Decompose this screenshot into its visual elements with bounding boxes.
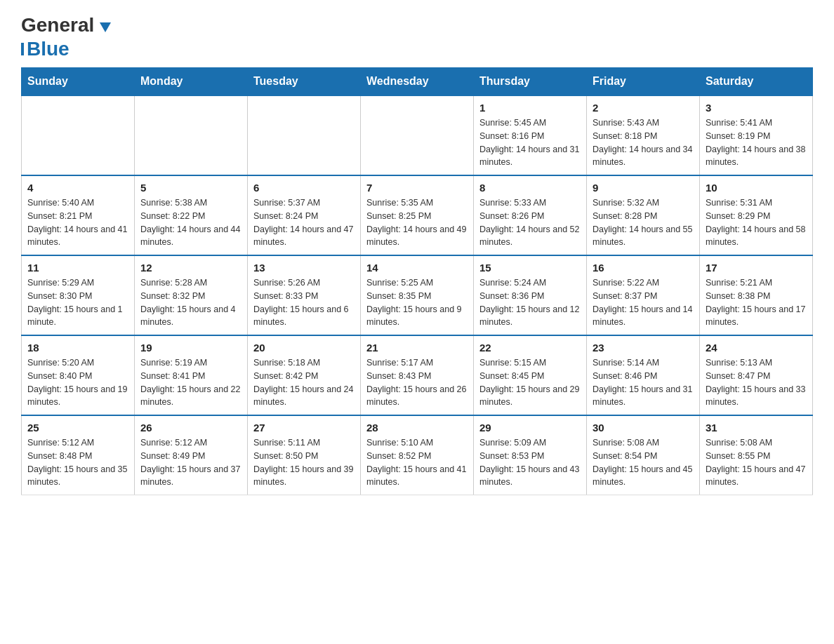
day-info: Sunrise: 5:41 AM Sunset: 8:19 PM Dayligh…: [706, 116, 807, 169]
svg-marker-0: [100, 22, 111, 32]
calendar-cell: 23Sunrise: 5:14 AM Sunset: 8:46 PM Dayli…: [587, 335, 700, 415]
day-info: Sunrise: 5:18 AM Sunset: 8:42 PM Dayligh…: [253, 356, 355, 409]
calendar-cell: 12Sunrise: 5:28 AM Sunset: 8:32 PM Dayli…: [135, 255, 248, 335]
day-info: Sunrise: 5:08 AM Sunset: 8:55 PM Dayligh…: [706, 436, 807, 489]
day-number: 21: [366, 342, 468, 354]
calendar-cell: 4Sunrise: 5:40 AM Sunset: 8:21 PM Daylig…: [22, 175, 135, 255]
calendar-cell: 26Sunrise: 5:12 AM Sunset: 8:49 PM Dayli…: [135, 415, 248, 495]
day-number: 27: [253, 422, 355, 434]
calendar-cell: 29Sunrise: 5:09 AM Sunset: 8:53 PM Dayli…: [474, 415, 587, 495]
calendar-cell: [361, 95, 474, 175]
day-number: 2: [593, 102, 694, 114]
day-info: Sunrise: 5:35 AM Sunset: 8:25 PM Dayligh…: [366, 196, 468, 249]
day-info: Sunrise: 5:19 AM Sunset: 8:41 PM Dayligh…: [140, 356, 241, 409]
page-header: General Blue: [21, 14, 813, 60]
day-info: Sunrise: 5:09 AM Sunset: 8:53 PM Dayligh…: [479, 436, 581, 489]
logo-triangle-icon: [100, 22, 111, 35]
day-info: Sunrise: 5:08 AM Sunset: 8:54 PM Dayligh…: [593, 436, 694, 489]
day-info: Sunrise: 5:31 AM Sunset: 8:29 PM Dayligh…: [706, 196, 807, 249]
col-thursday: Thursday: [474, 68, 587, 96]
day-number: 6: [253, 182, 355, 194]
calendar-week-row: 25Sunrise: 5:12 AM Sunset: 8:48 PM Dayli…: [22, 415, 813, 495]
day-info: Sunrise: 5:33 AM Sunset: 8:26 PM Dayligh…: [479, 196, 581, 249]
calendar-cell: 13Sunrise: 5:26 AM Sunset: 8:33 PM Dayli…: [248, 255, 361, 335]
logo-blue-text: Blue: [27, 38, 70, 60]
day-info: Sunrise: 5:13 AM Sunset: 8:47 PM Dayligh…: [706, 356, 807, 409]
day-info: Sunrise: 5:12 AM Sunset: 8:49 PM Dayligh…: [140, 436, 241, 489]
col-monday: Monday: [135, 68, 248, 96]
logo-second-line: Blue: [21, 38, 70, 60]
calendar-cell: 10Sunrise: 5:31 AM Sunset: 8:29 PM Dayli…: [700, 175, 813, 255]
day-info: Sunrise: 5:15 AM Sunset: 8:45 PM Dayligh…: [479, 356, 581, 409]
logo-bar-icon: [21, 43, 24, 55]
calendar-cell: [22, 95, 135, 175]
day-info: Sunrise: 5:40 AM Sunset: 8:21 PM Dayligh…: [27, 196, 128, 249]
calendar-cell: 1Sunrise: 5:45 AM Sunset: 8:16 PM Daylig…: [474, 95, 587, 175]
calendar-cell: 3Sunrise: 5:41 AM Sunset: 8:19 PM Daylig…: [700, 95, 813, 175]
day-info: Sunrise: 5:37 AM Sunset: 8:24 PM Dayligh…: [253, 196, 355, 249]
day-info: Sunrise: 5:29 AM Sunset: 8:30 PM Dayligh…: [27, 276, 128, 329]
calendar-cell: 30Sunrise: 5:08 AM Sunset: 8:54 PM Dayli…: [587, 415, 700, 495]
day-info: Sunrise: 5:11 AM Sunset: 8:50 PM Dayligh…: [253, 436, 355, 489]
calendar-cell: 16Sunrise: 5:22 AM Sunset: 8:37 PM Dayli…: [587, 255, 700, 335]
day-number: 31: [706, 422, 807, 434]
calendar-cell: [135, 95, 248, 175]
day-number: 15: [479, 262, 581, 274]
day-info: Sunrise: 5:38 AM Sunset: 8:22 PM Dayligh…: [140, 196, 241, 249]
calendar-cell: 5Sunrise: 5:38 AM Sunset: 8:22 PM Daylig…: [135, 175, 248, 255]
day-info: Sunrise: 5:12 AM Sunset: 8:48 PM Dayligh…: [27, 436, 128, 489]
day-number: 7: [366, 182, 468, 194]
day-number: 12: [140, 262, 241, 274]
day-info: Sunrise: 5:17 AM Sunset: 8:43 PM Dayligh…: [366, 356, 468, 409]
day-number: 11: [27, 262, 128, 274]
calendar-cell: 11Sunrise: 5:29 AM Sunset: 8:30 PM Dayli…: [22, 255, 135, 335]
calendar-cell: 6Sunrise: 5:37 AM Sunset: 8:24 PM Daylig…: [248, 175, 361, 255]
calendar-cell: 25Sunrise: 5:12 AM Sunset: 8:48 PM Dayli…: [22, 415, 135, 495]
day-info: Sunrise: 5:10 AM Sunset: 8:52 PM Dayligh…: [366, 436, 468, 489]
day-number: 16: [593, 262, 694, 274]
calendar-cell: 14Sunrise: 5:25 AM Sunset: 8:35 PM Dayli…: [361, 255, 474, 335]
day-info: Sunrise: 5:43 AM Sunset: 8:18 PM Dayligh…: [593, 116, 694, 169]
col-sunday: Sunday: [22, 68, 135, 96]
day-number: 10: [706, 182, 807, 194]
day-number: 20: [253, 342, 355, 354]
day-number: 5: [140, 182, 241, 194]
day-number: 17: [706, 262, 807, 274]
calendar-cell: 27Sunrise: 5:11 AM Sunset: 8:50 PM Dayli…: [248, 415, 361, 495]
calendar-week-row: 4Sunrise: 5:40 AM Sunset: 8:21 PM Daylig…: [22, 175, 813, 255]
day-number: 13: [253, 262, 355, 274]
col-friday: Friday: [587, 68, 700, 96]
day-number: 4: [27, 182, 128, 194]
day-info: Sunrise: 5:20 AM Sunset: 8:40 PM Dayligh…: [27, 356, 128, 409]
day-number: 3: [706, 102, 807, 114]
calendar-cell: 19Sunrise: 5:19 AM Sunset: 8:41 PM Dayli…: [135, 335, 248, 415]
day-number: 18: [27, 342, 128, 354]
logo: General Blue: [21, 14, 111, 60]
col-wednesday: Wednesday: [361, 68, 474, 96]
calendar-cell: 28Sunrise: 5:10 AM Sunset: 8:52 PM Dayli…: [361, 415, 474, 495]
day-number: 23: [593, 342, 694, 354]
day-number: 9: [593, 182, 694, 194]
day-info: Sunrise: 5:24 AM Sunset: 8:36 PM Dayligh…: [479, 276, 581, 329]
calendar-cell: 15Sunrise: 5:24 AM Sunset: 8:36 PM Dayli…: [474, 255, 587, 335]
calendar-header-row: Sunday Monday Tuesday Wednesday Thursday…: [22, 68, 813, 96]
calendar-table: Sunday Monday Tuesday Wednesday Thursday…: [21, 67, 813, 495]
calendar-cell: 2Sunrise: 5:43 AM Sunset: 8:18 PM Daylig…: [587, 95, 700, 175]
day-number: 28: [366, 422, 468, 434]
col-saturday: Saturday: [700, 68, 813, 96]
day-number: 30: [593, 422, 694, 434]
day-info: Sunrise: 5:26 AM Sunset: 8:33 PM Dayligh…: [253, 276, 355, 329]
day-info: Sunrise: 5:21 AM Sunset: 8:38 PM Dayligh…: [706, 276, 807, 329]
calendar-cell: 7Sunrise: 5:35 AM Sunset: 8:25 PM Daylig…: [361, 175, 474, 255]
day-info: Sunrise: 5:28 AM Sunset: 8:32 PM Dayligh…: [140, 276, 241, 329]
calendar-cell: 22Sunrise: 5:15 AM Sunset: 8:45 PM Dayli…: [474, 335, 587, 415]
logo-wordmark: General: [21, 14, 111, 36]
calendar-cell: 8Sunrise: 5:33 AM Sunset: 8:26 PM Daylig…: [474, 175, 587, 255]
day-number: 29: [479, 422, 581, 434]
calendar-cell: 21Sunrise: 5:17 AM Sunset: 8:43 PM Dayli…: [361, 335, 474, 415]
calendar-cell: 24Sunrise: 5:13 AM Sunset: 8:47 PM Dayli…: [700, 335, 813, 415]
day-info: Sunrise: 5:22 AM Sunset: 8:37 PM Dayligh…: [593, 276, 694, 329]
calendar-week-row: 1Sunrise: 5:45 AM Sunset: 8:16 PM Daylig…: [22, 95, 813, 175]
logo-text-black: General: [21, 14, 94, 36]
day-info: Sunrise: 5:25 AM Sunset: 8:35 PM Dayligh…: [366, 276, 468, 329]
